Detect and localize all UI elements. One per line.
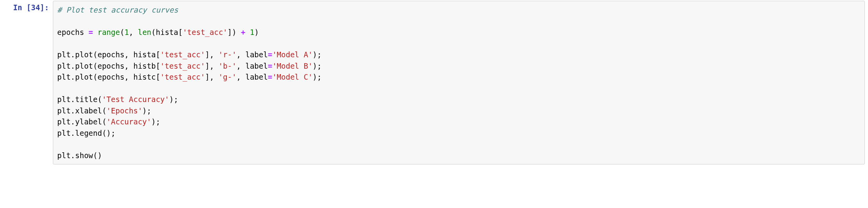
code-line: plt.show() — [57, 151, 102, 160]
code-line: plt.plot(epochs, histb['test_acc'], 'b-'… — [57, 62, 322, 70]
code-line: plt.ylabel('Accuracy'); — [57, 117, 160, 126]
code-input-area[interactable]: # Plot test accuracy curves epochs = ran… — [53, 1, 865, 164]
prompt-close: ]: — [40, 3, 49, 12]
code-text[interactable]: # Plot test accuracy curves epochs = ran… — [57, 4, 861, 161]
code-line: plt.xlabel('Epochs'); — [57, 106, 151, 115]
code-line: plt.plot(epochs, hista['test_acc'], 'r-'… — [57, 50, 322, 59]
code-line: plt.legend(); — [57, 129, 116, 137]
prompt-number: 34 — [31, 3, 40, 12]
code-line: plt.title('Test Accuracy'); — [57, 95, 178, 104]
prompt-open: [ — [22, 3, 31, 12]
code-cell: In [34]: # Plot test accuracy curves epo… — [0, 0, 868, 165]
input-prompt: In [34]: — [0, 0, 53, 165]
code-line: plt.plot(epochs, histc['test_acc'], 'g-'… — [57, 73, 322, 81]
code-comment: # Plot test accuracy curves — [57, 5, 178, 14]
prompt-label: In — [13, 3, 22, 12]
code-line: epochs = range(1, len(hista['test_acc'])… — [57, 28, 259, 36]
